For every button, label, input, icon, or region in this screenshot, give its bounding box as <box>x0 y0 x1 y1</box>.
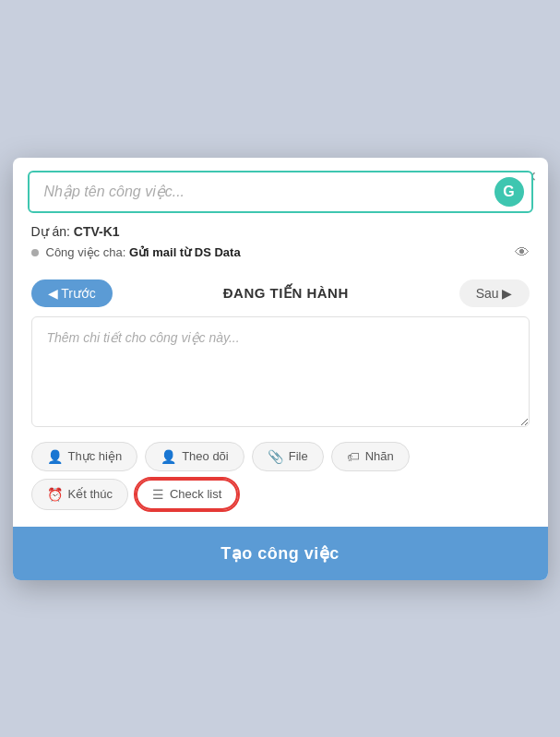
thuc-hien-button[interactable]: 👤 Thực hiện <box>31 442 138 471</box>
project-label: Dự án: CTV-K1 <box>31 224 530 239</box>
action-buttons: 👤 Thực hiện 👤 Theo dõi 📎 File 🏷 Nhãn <box>28 442 533 527</box>
status-nav: ◀ Trước ĐANG TIẾN HÀNH Sau ▶ <box>28 274 533 316</box>
user-icon: 👤 <box>47 449 63 464</box>
detail-textarea[interactable] <box>31 316 530 427</box>
tag-icon: 🏷 <box>347 449 360 464</box>
create-task-button[interactable]: Tạo công việc <box>13 527 548 580</box>
ket-thuc-label: Kết thúc <box>68 487 113 501</box>
file-label: File <box>289 449 308 463</box>
checklist-button[interactable]: ☰ Check list <box>136 479 238 510</box>
alarm-icon: ⏰ <box>47 487 63 502</box>
next-status-button[interactable]: Sau ▶ <box>459 279 530 307</box>
search-input-wrap: G <box>28 171 533 213</box>
thuc-hien-label: Thực hiện <box>68 449 123 463</box>
parent-task-row: Công việc cha: Gửi mail từ DS Data 👁 <box>31 244 530 261</box>
theo-doi-label: Theo dõi <box>182 449 229 463</box>
action-row-2: ⏰ Kết thúc ☰ Check list <box>31 479 530 510</box>
parent-task-name: Gửi mail từ DS Data <box>129 245 241 259</box>
g-avatar-icon: G <box>494 177 524 207</box>
project-info: Dự án: CTV-K1 Công việc cha: Gửi mail từ… <box>28 224 533 274</box>
prev-status-button[interactable]: ◀ Trước <box>31 279 113 307</box>
theo-doi-button[interactable]: 👤 Theo dõi <box>145 442 244 471</box>
nhan-button[interactable]: 🏷 Nhãn <box>331 442 410 471</box>
user-follow-icon: 👤 <box>161 449 176 464</box>
paperclip-icon: 📎 <box>268 449 283 464</box>
project-name: CTV-K1 <box>74 224 120 239</box>
nhan-label: Nhãn <box>365 449 394 463</box>
list-icon: ☰ <box>152 487 164 502</box>
modal: × G Dự án: CTV-K1 Công việc cha: Gửi mai… <box>13 158 548 580</box>
eye-icon[interactable]: 👁 <box>515 244 530 261</box>
bullet-icon <box>31 249 39 256</box>
parent-task-label: Công việc cha: Gửi mail từ DS Data <box>46 245 241 259</box>
current-status: ĐANG TIẾN HÀNH <box>223 285 349 302</box>
file-button[interactable]: 📎 File <box>252 442 324 471</box>
checklist-label: Check list <box>170 487 221 501</box>
ket-thuc-button[interactable]: ⏰ Kết thúc <box>31 479 128 510</box>
action-row-1: 👤 Thực hiện 👤 Theo dõi 📎 File 🏷 Nhãn <box>31 442 530 471</box>
task-name-input[interactable] <box>28 171 533 213</box>
